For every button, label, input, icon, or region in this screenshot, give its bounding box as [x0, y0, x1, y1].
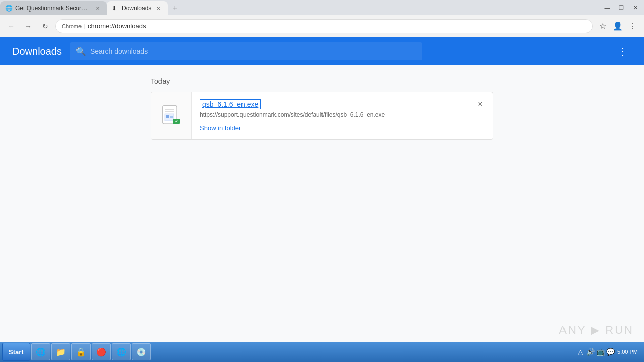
tab-questionmark[interactable]: 🌐 Get Questionmark Secure | Questio... ✕ [0, 1, 107, 15]
tab1-close[interactable]: ✕ [94, 4, 102, 12]
start-label: Start [9, 348, 24, 356]
taskbar-chrome[interactable]: 🌐 [112, 343, 131, 360]
new-tab-button[interactable]: + [168, 1, 182, 15]
bookmark-button[interactable]: ☆ [596, 19, 610, 33]
taskbar-icon4: 🔴 [96, 347, 106, 357]
taskbar-ie[interactable]: 🌐 [31, 343, 50, 360]
tab-downloads[interactable]: ⬇ Downloads ✕ [107, 1, 168, 15]
file-icon: ✓ [160, 105, 183, 127]
url-path: chrome://downloads [88, 22, 146, 30]
system-tray: △ 🔊 📺 💬 5:00 PM [572, 348, 642, 356]
tab2-close[interactable]: ✕ [154, 4, 163, 12]
explorer-icon: 📁 [56, 347, 66, 357]
account-button[interactable]: 👤 [611, 19, 625, 33]
svg-rect-5 [166, 115, 169, 118]
forward-button[interactable]: → [21, 19, 35, 33]
window-controls: — ❐ ✕ [601, 1, 644, 14]
watermark-text: ANY ▶ RUN [559, 324, 634, 337]
taskbar-item6[interactable]: 💿 [132, 343, 151, 360]
taskbar-icon3: 🔒 [76, 347, 86, 357]
taskbar-item3[interactable]: 🔒 [71, 343, 91, 360]
download-url: https://support.questionmark.com/sites/d… [200, 111, 485, 118]
download-action: Show in folder [200, 123, 485, 132]
search-box[interactable]: 🔍 [70, 42, 422, 60]
show-in-folder-link[interactable]: Show in folder [200, 124, 241, 132]
downloads-menu-button[interactable]: ⋮ [614, 42, 632, 60]
section-today: Today [0, 77, 644, 92]
watermark: ANY ▶ RUN [559, 324, 634, 337]
download-filename[interactable]: qsb_6.1.6_en.exe [200, 99, 261, 109]
url-bar[interactable]: Chrome | chrome://downloads [55, 19, 593, 33]
minimize-button[interactable]: — [601, 1, 614, 14]
svg-rect-3 [165, 111, 174, 112]
tab1-favicon: 🌐 [5, 5, 12, 12]
download-item-wrapper: ✓ qsb_6.1.6_en.exe https://support.quest… [0, 92, 644, 140]
tray-volume-icon[interactable]: 🔊 [586, 348, 594, 356]
reload-button[interactable]: ↻ [38, 19, 52, 33]
taskbar: Start 🌐 📁 🔒 🔴 🌐 💿 △ 🔊 📺 💬 5:00 PM [0, 342, 644, 362]
search-input[interactable] [90, 47, 416, 55]
tray-icon1: △ [576, 348, 584, 356]
tab-bar: 🌐 Get Questionmark Secure | Questio... ✕… [0, 0, 601, 15]
tab2-title: Downloads [122, 5, 151, 12]
ie-icon: 🌐 [36, 347, 46, 357]
title-bar: 🌐 Get Questionmark Secure | Questio... ✕… [0, 0, 644, 15]
address-bar: ← → ↻ Chrome | chrome://downloads ☆ 👤 ⋮ [0, 15, 644, 37]
main-content: Today ✓ [0, 65, 644, 342]
download-item: ✓ qsb_6.1.6_en.exe https://support.quest… [151, 92, 493, 140]
download-info: qsb_6.1.6_en.exe https://support.questio… [192, 92, 493, 139]
url-scheme-label: Chrome | [62, 23, 85, 29]
chrome-taskbar-icon: 🌐 [116, 347, 126, 357]
downloads-page-title: Downloads [12, 46, 62, 57]
clock: 5:00 PM [617, 349, 638, 355]
tray-display-icon: 📺 [596, 348, 604, 356]
download-icon-area: ✓ [151, 92, 192, 139]
svg-rect-6 [170, 116, 173, 118]
search-icon: 🔍 [76, 47, 86, 56]
menu-button[interactable]: ⋮ [626, 19, 640, 33]
tray-icons: △ 🔊 📺 💬 [576, 348, 614, 356]
start-button[interactable]: Start [2, 343, 30, 361]
downloads-header: Downloads 🔍 ⋮ [0, 37, 644, 65]
taskbar-icon6: 💿 [136, 347, 146, 357]
back-button[interactable]: ← [4, 19, 18, 33]
tab1-title: Get Questionmark Secure | Questio... [15, 5, 91, 12]
toolbar-right: ☆ 👤 ⋮ [596, 19, 640, 33]
close-button[interactable]: ✕ [629, 1, 642, 14]
taskbar-item4[interactable]: 🔴 [92, 343, 111, 360]
tray-notification-icon: 💬 [606, 348, 614, 356]
maximize-button[interactable]: ❐ [615, 1, 628, 14]
svg-text:✓: ✓ [174, 119, 178, 124]
tab2-favicon: ⬇ [112, 5, 119, 12]
taskbar-explorer[interactable]: 📁 [51, 343, 70, 360]
download-remove-button[interactable]: × [474, 98, 487, 110]
svg-rect-2 [165, 109, 174, 110]
